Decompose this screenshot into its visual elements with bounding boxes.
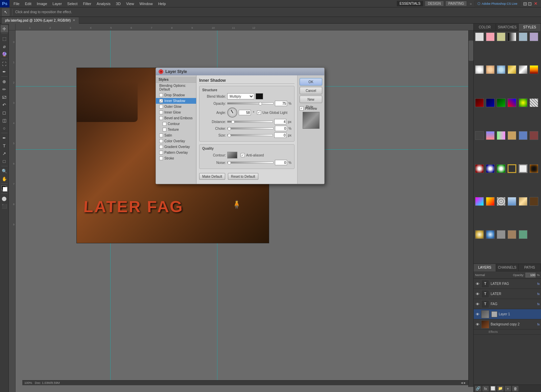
make-default-btn[interactable]: Make Default: [199, 173, 225, 180]
app-close-btn[interactable]: ✕: [533, 1, 539, 6]
choke-input[interactable]: [275, 126, 287, 131]
paths-tab[interactable]: PATHS: [519, 264, 541, 271]
style-swatch[interactable]: [508, 98, 516, 107]
satin-checkbox[interactable]: [159, 133, 163, 137]
tab-styles[interactable]: STYLES: [519, 24, 541, 31]
style-swatch[interactable]: [508, 131, 516, 140]
gradient-btn[interactable]: ◫: [1, 117, 8, 124]
clone-btn[interactable]: 🖃: [1, 93, 8, 101]
menu-filter[interactable]: Filter: [80, 0, 94, 7]
style-swatch[interactable]: [475, 98, 484, 107]
opacity-input[interactable]: [525, 273, 536, 277]
text-btn[interactable]: T: [1, 142, 8, 149]
dodge-btn[interactable]: ○: [1, 124, 8, 132]
pattern-overlay-item[interactable]: Pattern Overlay: [156, 150, 196, 155]
cs-live-btn[interactable]: ⬡ Adobe Photoshop CS Live: [474, 1, 520, 6]
layer-row[interactable]: 👁 T LATER fx: [474, 289, 541, 299]
style-swatch[interactable]: [486, 164, 495, 173]
texture-checkbox[interactable]: [163, 128, 166, 131]
menu-edit[interactable]: Edit: [22, 0, 34, 7]
screen-mode-btn[interactable]: ⬛: [1, 202, 8, 210]
style-swatch[interactable]: [497, 32, 505, 41]
style-swatch[interactable]: [508, 65, 516, 74]
drop-shadow-checkbox[interactable]: [159, 93, 163, 97]
reset-default-btn[interactable]: Reset to Default: [228, 173, 258, 180]
style-swatch[interactable]: [530, 98, 538, 107]
new-style-btn[interactable]: New Style...: [300, 96, 322, 103]
angle-input[interactable]: [239, 110, 251, 115]
style-swatch[interactable]: [530, 164, 538, 173]
quick-mask-btn[interactable]: ⬤: [1, 195, 8, 202]
layer-row[interactable]: 👁 Background copy 2 fx: [474, 319, 541, 329]
bevel-emboss-checkbox[interactable]: [159, 116, 163, 120]
menu-3d[interactable]: 3D: [113, 0, 123, 7]
gradient-overlay-item[interactable]: Gradient Overlay: [156, 144, 196, 150]
style-swatch[interactable]: [497, 197, 505, 206]
new-group-btn[interactable]: 📁: [497, 386, 503, 391]
document-tab[interactable]: pfa laterfag.psd @ 100% (Layer 2, RGB/8#…: [1, 17, 79, 24]
style-swatch[interactable]: [530, 197, 538, 206]
style-swatch[interactable]: [508, 32, 516, 41]
style-swatch[interactable]: [486, 98, 495, 107]
dialog-close-btn[interactable]: ✕: [159, 69, 163, 74]
new-layer-btn[interactable]: +: [505, 386, 511, 391]
style-swatch[interactable]: [486, 230, 495, 239]
style-swatch[interactable]: [497, 230, 505, 239]
tab-color[interactable]: COLOR: [474, 24, 496, 31]
satin-item[interactable]: Satin: [156, 132, 196, 138]
style-swatch[interactable]: [475, 32, 484, 41]
style-swatch[interactable]: [475, 131, 484, 140]
size-slider-thumb[interactable]: [228, 134, 231, 137]
style-swatch[interactable]: [508, 197, 516, 206]
menu-layer[interactable]: Layer: [50, 0, 65, 7]
choke-slider-thumb[interactable]: [228, 127, 231, 130]
bevel-emboss-item[interactable]: Bevel and Emboss: [156, 115, 196, 121]
noise-slider[interactable]: [227, 162, 274, 164]
menu-window[interactable]: Window: [137, 0, 156, 7]
blend-mode-select[interactable]: Multiply Normal Screen Overlay: [227, 93, 254, 99]
style-swatch[interactable]: [530, 65, 538, 74]
style-swatch[interactable]: [497, 65, 505, 74]
delete-layer-btn[interactable]: 🗑: [512, 386, 518, 391]
color-overlay-checkbox[interactable]: [159, 139, 163, 143]
size-input[interactable]: [274, 132, 286, 138]
path-select-btn[interactable]: ↗: [1, 150, 8, 157]
menu-help[interactable]: Help: [156, 0, 169, 7]
scrollbar-v-thumb[interactable]: [469, 41, 473, 61]
shape-btn[interactable]: □: [1, 157, 8, 165]
texture-item[interactable]: Texture: [156, 127, 196, 132]
layer-row[interactable]: 👁 T FAG fx: [474, 299, 541, 309]
distance-slider[interactable]: [227, 121, 273, 123]
dialog-titlebar[interactable]: ✕ Layer Style: [156, 68, 324, 75]
distance-slider-thumb[interactable]: [231, 120, 235, 124]
color-overlay-item[interactable]: Color Overlay: [156, 138, 196, 144]
style-swatch[interactable]: [486, 131, 495, 140]
foreground-color-btn[interactable]: [1, 185, 8, 192]
layer-visibility-icon[interactable]: 👁: [475, 292, 480, 296]
style-swatch[interactable]: [475, 197, 484, 206]
style-swatch[interactable]: [497, 164, 505, 173]
ok-btn[interactable]: OK: [300, 78, 322, 85]
tab-close-btn[interactable]: ✕: [73, 19, 75, 22]
scrollbar-vertical[interactable]: [468, 30, 473, 387]
layer-row[interactable]: 👁 T LATER FAG fx: [474, 279, 541, 289]
style-swatch[interactable]: [519, 164, 527, 173]
menu-select[interactable]: Select: [65, 0, 80, 7]
move-tool-btn[interactable]: ✛: [1, 25, 8, 32]
layer-row-active[interactable]: 👁 Layer 1: [474, 309, 541, 319]
layers-tab[interactable]: LAYERS: [474, 264, 496, 271]
history-btn[interactable]: ↶: [1, 101, 8, 108]
style-swatch[interactable]: [519, 65, 527, 74]
style-swatch[interactable]: [519, 197, 527, 206]
mode-essentials-btn[interactable]: ESSENTIALS: [397, 1, 424, 6]
style-swatch[interactable]: [508, 230, 516, 239]
global-light-checkbox[interactable]: [257, 111, 261, 115]
link-layers-btn[interactable]: 🔗: [475, 386, 481, 391]
opacity-slider[interactable]: [227, 102, 274, 104]
style-swatch[interactable]: [475, 230, 484, 239]
size-slider[interactable]: [227, 134, 273, 136]
noise-slider-thumb[interactable]: [228, 161, 231, 165]
tab-swatches[interactable]: SWATCHES: [496, 24, 518, 31]
move-tool-icon[interactable]: ↖: [2, 8, 9, 16]
style-swatch[interactable]: [519, 230, 527, 239]
